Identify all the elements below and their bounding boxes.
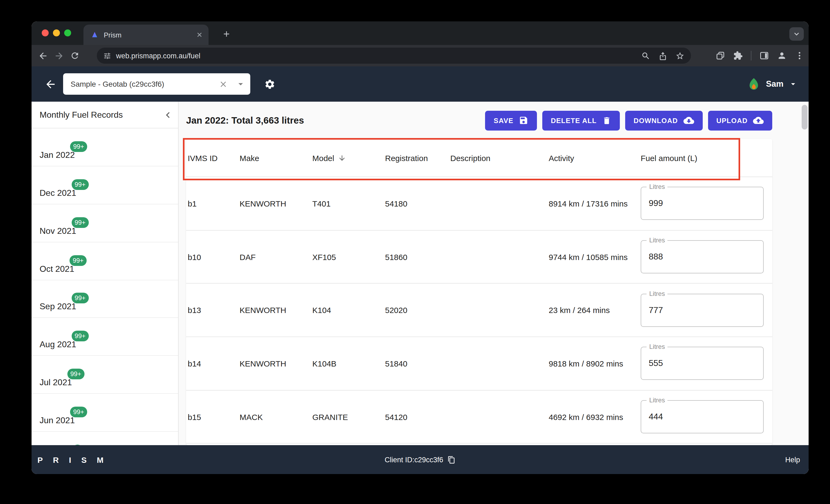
sidebar-item-nov-2021[interactable]: Nov 202199+ bbox=[32, 204, 178, 242]
sidebar-item-jul-2021[interactable]: Jul 202199+ bbox=[32, 356, 178, 394]
fuel-amount-input[interactable] bbox=[641, 241, 763, 273]
bookmark-star-icon[interactable] bbox=[675, 51, 684, 60]
cell-registration: 54180 bbox=[385, 199, 450, 208]
sidebar-item-sep-2021[interactable]: Sep 202199+ bbox=[32, 280, 178, 318]
save-button[interactable]: SAVE bbox=[485, 111, 537, 130]
record-count-badge: 99+ bbox=[71, 293, 89, 304]
user-menu[interactable]: Sam bbox=[747, 77, 798, 91]
cell-fuel: Litres bbox=[641, 347, 772, 380]
column-header-activity[interactable]: Activity bbox=[549, 153, 641, 162]
app-back-icon[interactable] bbox=[44, 78, 57, 90]
sidebar-collapse-icon[interactable] bbox=[162, 109, 174, 121]
table-row: b13 KENWORTH K104 52020 23 km / 264 mins… bbox=[186, 284, 772, 337]
fuel-amount-input[interactable] bbox=[641, 294, 763, 326]
column-header-model[interactable]: Model bbox=[312, 153, 385, 162]
record-count-badge: 99+ bbox=[70, 141, 88, 152]
chevron-down-icon[interactable] bbox=[235, 78, 246, 89]
tab-overview-icon[interactable] bbox=[715, 51, 725, 60]
profile-icon[interactable] bbox=[777, 51, 787, 60]
fuel-amount-input[interactable] bbox=[641, 347, 763, 380]
cell-activity: 9818 km / 8902 mins bbox=[549, 359, 641, 368]
column-header-make[interactable]: Make bbox=[240, 153, 312, 162]
cell-fuel: Litres bbox=[641, 187, 772, 220]
cell-make: MACK bbox=[240, 412, 312, 421]
sidebar-item-dec-2021[interactable]: Dec 202199+ bbox=[32, 166, 178, 204]
cell-model: K104B bbox=[312, 359, 385, 368]
sidebar-item-may-2021[interactable]: May 20213 bbox=[32, 432, 178, 445]
fuel-field-label: Litres bbox=[646, 237, 668, 244]
copy-icon[interactable] bbox=[448, 455, 456, 464]
table-row: b10 DAF XF105 51860 9744 km / 10585 mins… bbox=[186, 230, 772, 284]
cell-model: K104 bbox=[312, 306, 385, 315]
action-buttons: SAVE DELETE ALL DOWNLOAD bbox=[485, 111, 772, 130]
toolbar-divider bbox=[751, 51, 752, 60]
sidebar-item-jan-2022[interactable]: Jan 202299+ bbox=[32, 128, 178, 166]
cell-make: DAF bbox=[240, 252, 312, 261]
address-bar[interactable]: web.prismapp.com.au/fuel bbox=[97, 48, 691, 64]
tab-close-icon[interactable] bbox=[196, 31, 203, 38]
fuel-field-label: Litres bbox=[646, 183, 668, 191]
tab-search-chevron-button[interactable] bbox=[789, 27, 804, 41]
cell-ivms-id: b13 bbox=[188, 306, 240, 315]
extensions-icon[interactable] bbox=[733, 51, 743, 60]
browser-tab-prism[interactable]: Prism bbox=[84, 25, 209, 45]
upload-button[interactable]: UPLOAD bbox=[708, 111, 772, 130]
cloud-download-icon bbox=[683, 115, 694, 126]
url-text[interactable]: web.prismapp.com.au/fuel bbox=[116, 52, 636, 60]
column-header-registration[interactable]: Registration bbox=[385, 153, 450, 162]
cell-registration: 54120 bbox=[385, 412, 450, 421]
dataset-select-value: Sample - Geotab (c29cc3f6) bbox=[71, 80, 219, 88]
help-link[interactable]: Help bbox=[785, 455, 800, 464]
cell-activity: 9744 km / 10585 mins bbox=[549, 252, 641, 261]
site-settings-icon[interactable] bbox=[103, 52, 111, 60]
cell-activity: 4692 km / 6932 mins bbox=[549, 412, 641, 421]
column-header-description[interactable]: Description bbox=[450, 153, 549, 162]
dataset-select[interactable]: Sample - Geotab (c29cc3f6) bbox=[63, 73, 250, 95]
column-header-fuel-amount[interactable]: Fuel amount (L) bbox=[641, 153, 772, 162]
prism-flame-logo bbox=[747, 77, 761, 91]
fuel-amount-field: Litres bbox=[641, 240, 764, 274]
save-icon bbox=[519, 116, 529, 125]
clear-icon[interactable] bbox=[219, 80, 228, 89]
reload-icon[interactable] bbox=[70, 51, 80, 60]
new-tab-button[interactable] bbox=[219, 26, 234, 41]
table-header-row: IVMS ID Make Model Registration Descript… bbox=[186, 139, 772, 177]
cell-fuel: Litres bbox=[641, 293, 772, 327]
cell-registration: 51860 bbox=[385, 252, 450, 261]
main-header: Jan 2022: Total 3,663 litres SAVE DELETE… bbox=[186, 102, 772, 139]
settings-gear-icon[interactable] bbox=[264, 78, 276, 90]
fullscreen-window-button[interactable] bbox=[64, 29, 71, 36]
menu-kebab-icon[interactable] bbox=[795, 51, 804, 60]
scrollbar-thumb[interactable] bbox=[802, 105, 807, 129]
table-row: b1 KENWORTH T401 54180 8914 km / 17316 m… bbox=[186, 177, 772, 230]
sidebar-item-jun-2021[interactable]: Jun 202199+ bbox=[32, 394, 178, 432]
cell-ivms-id: b14 bbox=[188, 359, 240, 368]
cell-fuel: Litres bbox=[641, 400, 772, 433]
cell-fuel: Litres bbox=[641, 240, 772, 274]
forward-icon[interactable] bbox=[54, 51, 64, 61]
sidebar-item-aug-2021[interactable]: Aug 202199+ bbox=[32, 318, 178, 356]
download-button[interactable]: DOWNLOAD bbox=[625, 111, 702, 130]
cell-registration: 51840 bbox=[385, 359, 450, 368]
close-window-button[interactable] bbox=[42, 29, 49, 36]
fuel-amount-field: Litres bbox=[641, 293, 764, 327]
cell-make: KENWORTH bbox=[240, 306, 312, 315]
cell-make: KENWORTH bbox=[240, 199, 312, 208]
back-icon[interactable] bbox=[38, 51, 48, 61]
minimize-window-button[interactable] bbox=[53, 29, 60, 36]
share-icon[interactable] bbox=[658, 51, 667, 60]
cell-model: T401 bbox=[312, 199, 385, 208]
sidebar-item-oct-2021[interactable]: Oct 202199+ bbox=[32, 242, 178, 280]
zoom-icon[interactable] bbox=[641, 51, 650, 60]
fuel-amount-input[interactable] bbox=[641, 188, 763, 220]
cell-registration: 52020 bbox=[385, 306, 450, 315]
fuel-amount-input[interactable] bbox=[641, 401, 763, 433]
tab-strip: Prism bbox=[32, 22, 808, 45]
cloud-upload-icon bbox=[753, 115, 764, 126]
record-count-badge: 99+ bbox=[71, 331, 89, 342]
side-panel-icon[interactable] bbox=[759, 51, 769, 60]
fuel-amount-field: Litres bbox=[641, 347, 764, 380]
column-header-ivms-id[interactable]: IVMS ID bbox=[188, 153, 240, 162]
cell-activity: 8914 km / 17316 mins bbox=[549, 199, 641, 208]
delete-all-button[interactable]: DELETE ALL bbox=[542, 111, 619, 130]
